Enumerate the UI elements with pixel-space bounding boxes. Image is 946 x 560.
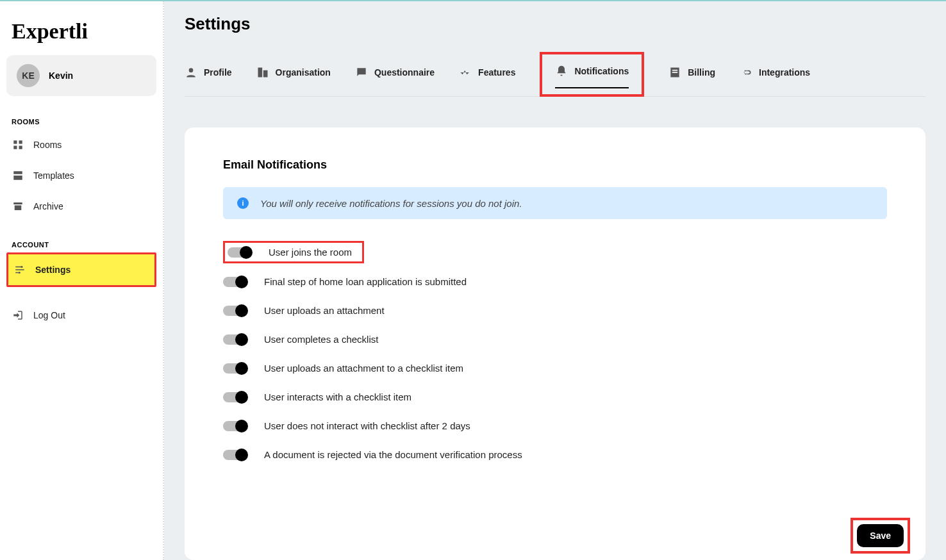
grid-icon — [12, 138, 24, 151]
page-title: Settings — [185, 14, 925, 34]
highlight-notifications-tab: Notifications — [540, 52, 644, 97]
profile-icon — [185, 66, 197, 79]
toggle-row-0: User joins the room — [223, 237, 887, 267]
svg-point-8 — [21, 266, 23, 268]
notifications-card: Email Notifications i You will only rece… — [185, 128, 925, 560]
tune-icon — [13, 263, 26, 276]
toggle-label: User uploads an attachment — [264, 305, 385, 316]
toggle-row-4: User uploads an attachment to a checklis… — [223, 354, 887, 383]
tab-notifications[interactable]: Notifications — [555, 58, 629, 88]
tab-label: Profile — [204, 67, 232, 78]
toggle-row-1: Final step of home loan application is s… — [223, 267, 887, 296]
toggle-row-5: User interacts with a checklist item — [223, 383, 887, 411]
bell-icon — [555, 65, 568, 78]
sidebar-item-label: Archive — [33, 201, 63, 211]
main: Settings Profile Organisation Questionna… — [164, 1, 946, 560]
toggle-row-3: User completes a checklist — [223, 325, 887, 354]
sidebar-item-label: Log Out — [33, 310, 65, 320]
sidebar: Expertli KE Kevin ROOMS Rooms Templates … — [0, 1, 164, 560]
organisation-icon — [256, 66, 269, 79]
tab-label: Notifications — [574, 66, 629, 76]
user-chip[interactable]: KE Kevin — [6, 55, 156, 96]
toggle-label: A document is rejected via the document … — [264, 449, 522, 460]
tab-questionnaire[interactable]: Questionnaire — [355, 60, 435, 89]
toggle-row-7: A document is rejected via the document … — [223, 440, 887, 469]
svg-rect-14 — [672, 69, 677, 70]
toggle-user-joins[interactable] — [228, 247, 251, 258]
toggle-interacts-checklist[interactable] — [223, 392, 246, 402]
svg-rect-12 — [263, 70, 267, 77]
highlight-settings: Settings — [6, 252, 156, 287]
tab-integrations[interactable]: Integrations — [740, 60, 810, 89]
toggle-label: User uploads an attachment to a checklis… — [264, 363, 463, 374]
user-name: Kevin — [49, 70, 73, 81]
svg-point-9 — [19, 272, 21, 274]
toggle-complete-checklist[interactable] — [223, 334, 246, 345]
questionnaire-icon — [355, 66, 368, 79]
toggle-upload-attachment[interactable] — [223, 306, 246, 316]
info-banner: i You will only receive notifications fo… — [223, 187, 887, 219]
tab-label: Features — [478, 67, 515, 78]
svg-rect-6 — [13, 202, 22, 204]
archive-icon — [12, 200, 24, 213]
svg-rect-7 — [15, 206, 22, 211]
tab-label: Billing — [688, 67, 715, 78]
logout-icon — [12, 309, 24, 322]
toggle-label: User interacts with a checklist item — [264, 391, 411, 402]
tab-label: Questionnaire — [374, 67, 435, 78]
toggle-row-2: User uploads an attachment — [223, 296, 887, 325]
highlight-save: Save — [851, 518, 910, 554]
sidebar-item-rooms[interactable]: Rooms — [6, 129, 156, 160]
save-button[interactable]: Save — [857, 524, 904, 547]
svg-point-10 — [189, 68, 194, 72]
info-text: You will only receive notifications for … — [260, 198, 522, 209]
sidebar-item-label: Rooms — [33, 140, 62, 150]
svg-rect-4 — [13, 171, 22, 174]
tab-features[interactable]: Features — [459, 60, 515, 89]
svg-rect-2 — [13, 146, 17, 149]
sidebar-item-archive[interactable]: Archive — [6, 191, 156, 222]
sidebar-item-label: Settings — [35, 265, 71, 275]
svg-rect-1 — [19, 140, 22, 144]
sidebar-item-settings[interactable]: Settings — [8, 254, 154, 285]
svg-rect-0 — [13, 140, 17, 144]
toggle-row-6: User does not interact with checklist af… — [223, 411, 887, 440]
template-icon — [12, 169, 24, 182]
toggle-label: User completes a checklist — [264, 334, 378, 345]
tab-billing[interactable]: Billing — [668, 60, 715, 89]
tab-organisation[interactable]: Organisation — [256, 60, 331, 89]
toggle-upload-to-checklist[interactable] — [223, 363, 246, 374]
toggle-no-interact-2days[interactable] — [223, 421, 246, 431]
sidebar-item-label: Templates — [33, 170, 74, 181]
section-title: Email Notifications — [223, 158, 887, 172]
avatar: KE — [17, 64, 40, 87]
svg-rect-3 — [19, 146, 22, 149]
svg-rect-15 — [672, 72, 677, 73]
sidebar-item-logout[interactable]: Log Out — [6, 300, 156, 331]
sidebar-item-templates[interactable]: Templates — [6, 160, 156, 191]
section-account-label: ACCOUNT — [6, 235, 156, 252]
toggle-label: Final step of home loan application is s… — [264, 276, 467, 287]
info-icon: i — [237, 197, 249, 209]
link-icon — [740, 66, 752, 79]
tab-label: Organisation — [276, 67, 331, 78]
toggle-label: User does not interact with checklist af… — [264, 420, 470, 431]
toggle-final-step[interactable] — [223, 277, 246, 287]
tab-profile[interactable]: Profile — [185, 60, 232, 89]
tabs: Profile Organisation Questionnaire Featu… — [185, 52, 925, 97]
features-icon — [459, 66, 472, 79]
logo: Expertli — [6, 13, 156, 55]
svg-rect-5 — [13, 176, 22, 180]
toggle-label: User joins the room — [269, 247, 352, 258]
highlight-toggle-user-joins: User joins the room — [223, 241, 364, 263]
section-rooms-label: ROOMS — [6, 111, 156, 129]
toggle-doc-rejected[interactable] — [223, 450, 246, 460]
svg-rect-11 — [258, 67, 262, 77]
billing-icon — [668, 66, 681, 79]
tab-label: Integrations — [759, 67, 810, 78]
